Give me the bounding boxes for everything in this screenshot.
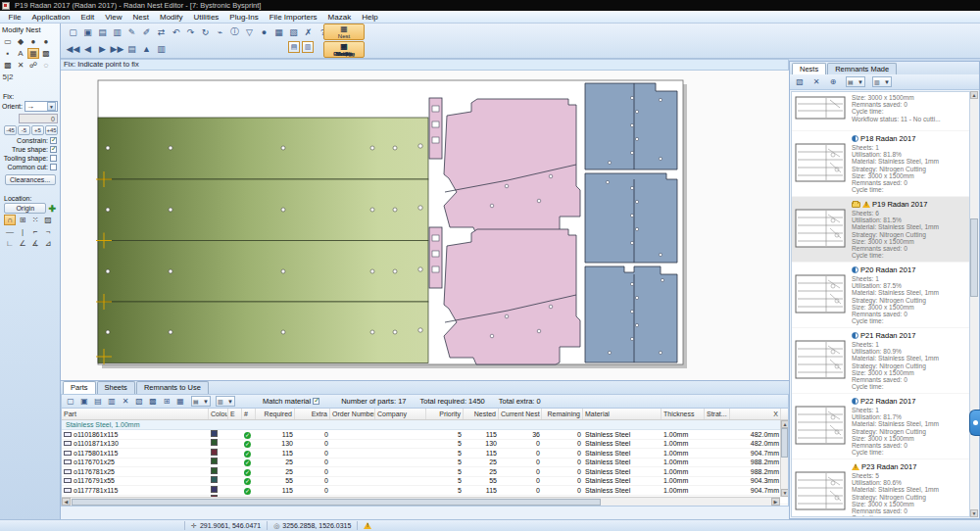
angle-input[interactable]: 0: [19, 114, 58, 123]
menu-item[interactable]: View: [100, 11, 127, 24]
sheet-add-icon[interactable]: ▤: [125, 42, 138, 55]
column-header[interactable]: Required: [256, 409, 295, 419]
new-icon[interactable]: ▢: [67, 25, 79, 38]
sheet-up-icon[interactable]: ▲: [140, 42, 153, 55]
parts-panel-tab[interactable]: Remnants to Use: [136, 381, 209, 394]
menu-item[interactable]: Help: [357, 11, 383, 24]
green-parts[interactable]: [98, 118, 428, 363]
scroll-left-icon[interactable]: ◀: [62, 498, 71, 506]
remove-part-icon[interactable]: ✕: [120, 396, 131, 408]
nest-list-item[interactable]: P22 Radan 2017 Sheets: 1Utilisation: 81.…: [792, 394, 969, 459]
redo-icon[interactable]: ↷: [184, 25, 197, 38]
column-header[interactable]: Extra: [295, 409, 330, 419]
delete-tool-icon[interactable]: ✗: [302, 25, 315, 38]
snap-angle2-icon[interactable]: ∡: [29, 238, 41, 249]
thumbnail-size-dropdown[interactable]: ▤▼: [846, 76, 865, 87]
snap-hatch-icon[interactable]: ▨: [42, 215, 54, 225]
menu-item[interactable]: Plug-Ins: [224, 11, 264, 24]
column-header[interactable]: Colour: [209, 409, 228, 419]
nest-drawing[interactable]: [61, 71, 789, 380]
table-row[interactable]: o1175801x115 ✓ 115 0 5 115 0 0 Stainless…: [62, 449, 788, 459]
column-header[interactable]: Company: [375, 409, 426, 419]
angle-step-button[interactable]: +5: [31, 125, 44, 135]
menu-item[interactable]: File Importers: [264, 11, 322, 24]
open-part-icon[interactable]: ▣: [78, 396, 90, 408]
nest-list-item[interactable]: P19 Radan 2017 Sheets: 6Utilisation: 81.…: [792, 197, 969, 263]
save-icon[interactable]: ▤: [96, 25, 109, 38]
last-nest-icon[interactable]: ▶▶: [111, 42, 123, 55]
nests-panel-tab[interactable]: Nests: [792, 63, 826, 74]
rotate-part-icon[interactable]: ◆: [15, 36, 26, 47]
nest-list-item[interactable]: Size: 3000 x 1500mmRemnants saved: 0Cycl…: [792, 92, 969, 131]
grid-icon[interactable]: ▦: [272, 25, 285, 38]
checkbox[interactable]: [50, 146, 57, 153]
snap-grid-dots-icon[interactable]: ⁙: [29, 215, 41, 225]
part-cube-icon[interactable]: ▩: [147, 396, 159, 408]
menu-item[interactable]: Mazak: [322, 11, 357, 24]
pair-icon[interactable]: ▩: [2, 60, 14, 71]
green-part-icon[interactable]: ●: [40, 36, 52, 47]
angle-step-button[interactable]: +45: [45, 125, 58, 135]
dashed-circle-icon[interactable]: ◌: [40, 60, 52, 71]
menu-item[interactable]: Nest: [127, 11, 154, 24]
undo-icon[interactable]: ↶: [170, 25, 182, 38]
side-popup-tab[interactable]: [969, 410, 980, 436]
column-header[interactable]: Part: [62, 409, 209, 419]
scroll-right-icon[interactable]: ▶: [771, 498, 780, 506]
column-header[interactable]: Current Nest: [499, 409, 542, 419]
split-icon[interactable]: 5|2: [2, 72, 14, 82]
column-header[interactable]: Thickness: [662, 409, 705, 419]
sheet-next-icon[interactable]: ▥: [155, 42, 168, 55]
column-header[interactable]: E: [228, 409, 242, 419]
first-nest-icon[interactable]: ◀◀: [67, 42, 79, 55]
edit-geometry-icon[interactable]: ✐: [140, 25, 153, 38]
menu-item[interactable]: Edit: [75, 11, 100, 24]
table-row[interactable]: o1176701x25 ✓ 25 0 5 25 0 0 Stainless St…: [62, 459, 788, 468]
open-icon[interactable]: ▣: [81, 25, 94, 38]
nest-list-item[interactable]: P23 Radan 2017 Sheets: 5Utilisation: 80.…: [792, 459, 969, 517]
scroll-down-icon[interactable]: ▼: [970, 509, 978, 517]
column-header[interactable]: Material: [583, 409, 662, 419]
menu-item[interactable]: Modify: [154, 11, 188, 24]
snap-corner-tr-icon[interactable]: ¬: [42, 226, 54, 237]
add-location-icon[interactable]: ✚: [48, 204, 56, 214]
scrollbar-thumb[interactable]: [72, 499, 601, 506]
swap-icon[interactable]: ⇄: [155, 25, 168, 38]
nest-list-item[interactable]: P18 Radan 2017 Sheets: 1Utilisation: 81.…: [792, 131, 969, 197]
parts-panel-tab[interactable]: Sheets: [97, 381, 135, 394]
horizontal-scrollbar[interactable]: ◀ ▶: [62, 497, 780, 506]
table-row[interactable]: o1101861x115 ✓ 115 0 5 115 36 0 Stainles…: [62, 430, 788, 440]
info-icon[interactable]: ⓘ: [228, 25, 241, 38]
new-nest-icon[interactable]: ▧: [794, 76, 806, 88]
sequence-icon[interactable]: ▦: [27, 48, 39, 59]
checkbox[interactable]: [50, 137, 57, 144]
snap-grid-icon[interactable]: ⊞: [17, 215, 28, 225]
column-header[interactable]: X: [730, 409, 781, 419]
lasso-icon[interactable]: ☍: [27, 60, 39, 71]
split-vertical-button[interactable]: ▥: [302, 41, 314, 53]
delete-nest-icon[interactable]: ✕: [810, 76, 822, 88]
column-header[interactable]: #: [242, 409, 256, 419]
report-icon[interactable]: ▦: [174, 396, 186, 408]
app-stage-button[interactable]: ⊞ Blocks: [323, 41, 365, 58]
origin-button[interactable]: Origin: [4, 203, 46, 214]
detail-level-dropdown[interactable]: ▥▼: [872, 76, 892, 87]
nests-panel-tab[interactable]: Remnants Made: [827, 63, 897, 74]
column-header[interactable]: Nested: [464, 409, 499, 419]
clearances-button[interactable]: Clearances...: [5, 174, 56, 185]
columns-dropdown[interactable]: ▥▼: [216, 396, 235, 407]
column-header[interactable]: Priority: [426, 409, 464, 419]
snap-arc-icon[interactable]: ∩: [4, 215, 16, 225]
print-icon[interactable]: ▥: [111, 25, 123, 38]
column-header[interactable]: Order Number: [330, 409, 375, 419]
checkbox[interactable]: [50, 155, 57, 162]
draw-icon[interactable]: ✎: [125, 25, 138, 38]
snap-angle-icon[interactable]: ∠: [17, 238, 28, 249]
vertical-scrollbar[interactable]: ▲ ▼: [780, 420, 788, 497]
import-part-icon[interactable]: ▢: [65, 396, 76, 408]
view-dropdown[interactable]: ▤▼: [191, 396, 211, 407]
nest-list-scrollbar[interactable]: ▲ ▼: [970, 91, 978, 517]
table-icon[interactable]: ⊞: [161, 396, 172, 408]
app-mode-button[interactable]: ▦ Nest: [323, 24, 365, 40]
parts-panel-tab[interactable]: Parts: [63, 381, 96, 394]
